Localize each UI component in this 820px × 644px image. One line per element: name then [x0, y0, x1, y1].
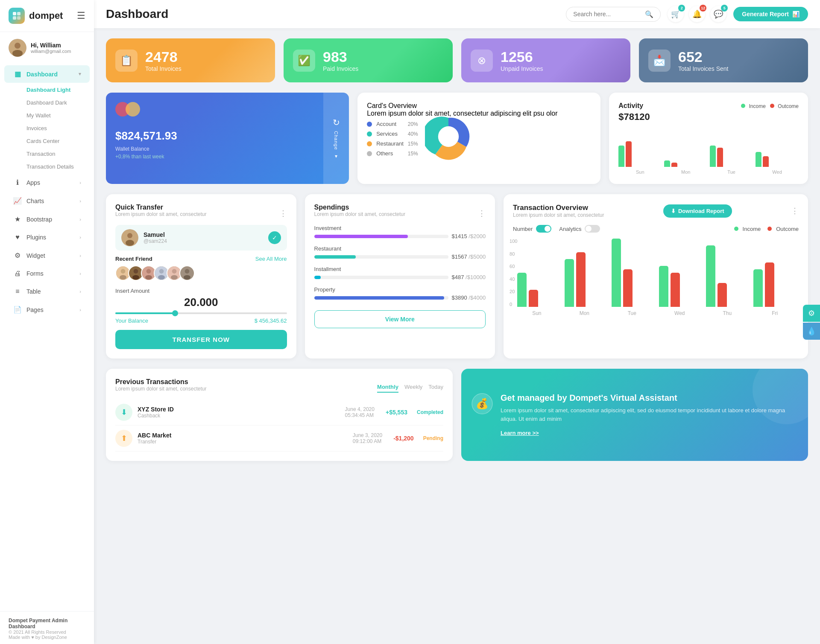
sidebar-item-bootstrap[interactable]: ★ Bootstrap › — [4, 210, 90, 228]
label-others: Others — [376, 150, 393, 157]
card-overview: Card's Overview Lorem ipsum dolor sit am… — [357, 93, 600, 184]
sp-subtitle: Lorem ipsum dolor sit amet, consectetur — [314, 211, 405, 217]
stat-info-sent: 652 Total Invoices Sent — [678, 49, 729, 72]
download-report-button[interactable]: ⬇ Download Report — [663, 204, 732, 218]
lbc-group-wed — [659, 266, 700, 307]
label-mon: Mon — [664, 169, 707, 175]
lbc-sun-outcome — [529, 290, 538, 307]
tx-date-2: June 3, 2020 09:12:00 AM — [353, 432, 382, 444]
sidebar-nav: ▦ Dashboard ▾ Dashboard Light Dashboard … — [0, 61, 94, 611]
sidebar-item-pages[interactable]: 📄 Pages › — [4, 301, 90, 318]
svg-point-11 — [126, 240, 134, 246]
sidebar-item-table[interactable]: ≡ Table › — [4, 283, 90, 300]
submenu-transaction-details[interactable]: Transaction Details — [18, 160, 90, 173]
va-learn-more-link[interactable]: Learn more >> — [501, 430, 539, 436]
cart-button[interactable]: 🛒 2 — [668, 6, 684, 22]
sidebar-item-widget[interactable]: ⚙ Widget › — [4, 247, 90, 264]
sidebar-item-forms[interactable]: 🖨 Forms › — [4, 265, 90, 282]
wallet-balance-area: $824,571.93 Wallet Balance +0,8% than la… — [115, 129, 314, 160]
activity-bar-chart — [618, 128, 799, 167]
sidebar-footer: Dompet Payment Admin Dashboard © 2021 Al… — [0, 611, 94, 644]
lbc-mon-outcome — [576, 252, 586, 307]
submenu-invoices[interactable]: Invoices — [18, 122, 90, 134]
stat-card-paid: ✅ 983 Paid Invoices — [284, 38, 453, 82]
va-icon: 💰 — [472, 393, 493, 418]
spending-installment-bar-bg — [314, 276, 448, 279]
see-all-link[interactable]: See All More — [255, 256, 287, 262]
to-header: Transaction Overview Lorem ipsum dolor s… — [513, 204, 799, 218]
view-more-button[interactable]: View More — [314, 310, 486, 328]
toggle-number: Number — [513, 225, 551, 233]
topbar-icons: 🛒 2 🔔 12 💬 5 — [668, 6, 726, 22]
tab-today[interactable]: Today — [428, 384, 443, 393]
mastercard-right-circle — [126, 102, 140, 117]
messages-badge: 5 — [721, 5, 728, 12]
submenu-transaction[interactable]: Transaction — [18, 148, 90, 160]
toggle-number-switch[interactable] — [536, 225, 551, 233]
submenu-cards-center[interactable]: Cards Center — [18, 135, 90, 147]
notifications-button[interactable]: 🔔 12 — [689, 6, 705, 22]
transfer-now-button[interactable]: TRANSFER NOW — [115, 330, 287, 349]
svg-rect-0 — [13, 12, 16, 15]
qt-title: Quick Transfer — [115, 204, 206, 211]
search-input[interactable] — [573, 11, 641, 17]
hamburger-menu[interactable]: ☰ — [77, 10, 85, 21]
chevron-right-icon: › — [79, 180, 81, 185]
notifications-badge: 12 — [700, 5, 706, 12]
stat-number-sent: 652 — [678, 49, 729, 65]
legend-restaurant: Restaurant 15% — [367, 140, 418, 147]
float-settings-button[interactable]: ⚙ — [803, 305, 820, 322]
widget-label: Widget — [26, 252, 45, 259]
activity-card: Activity Income Outcome $78120 — [609, 93, 808, 184]
label-sun: Sun — [618, 169, 662, 175]
footer-copyright: © 2021 All Rights Reserved — [9, 629, 85, 635]
content-area: 📋 2478 Total Invoices ✅ 983 Paid Invoice… — [94, 28, 820, 644]
tx-type-2: Transfer — [138, 439, 171, 445]
y-label-20: 20 — [510, 289, 517, 294]
transaction-overview-menu-icon[interactable]: ⋮ — [791, 206, 799, 216]
page-title: Dashboard — [106, 7, 559, 21]
tx-status-1: Completed — [417, 409, 443, 415]
stat-icon-sent: 📩 — [648, 50, 671, 72]
to-outcome-dot — [767, 227, 772, 231]
y-label-0: 0 — [510, 302, 517, 307]
submenu-dashboard-dark[interactable]: Dashboard Dark — [18, 96, 90, 109]
bootstrap-label: Bootstrap — [26, 216, 52, 223]
chevron-down-icon: ▾ — [335, 153, 337, 159]
tab-weekly[interactable]: Weekly — [404, 384, 422, 393]
amount-slider[interactable] — [115, 312, 287, 314]
tab-monthly[interactable]: Monthly — [377, 384, 398, 393]
sidebar-item-apps[interactable]: ℹ Apps › — [4, 174, 90, 191]
spending-restaurant: Restaurant $1567 /$5000 — [314, 245, 486, 260]
stat-label-unpaid: Unpaid Invoices — [501, 65, 543, 72]
messages-button[interactable]: 💬 5 — [710, 6, 726, 22]
stat-label-sent: Total Invoices Sent — [678, 65, 729, 72]
spending-installment-bar-fill — [314, 276, 321, 279]
svg-point-19 — [146, 269, 151, 274]
generate-report-button[interactable]: Generate Report 📊 — [733, 7, 808, 21]
svg-point-10 — [127, 233, 132, 238]
table-label: Table — [26, 288, 41, 295]
spendings-menu-icon[interactable]: ⋮ — [478, 209, 486, 218]
submenu-dashboard-light[interactable]: Dashboard Light — [18, 84, 90, 96]
bootstrap-icon: ★ — [13, 215, 22, 223]
sidebar-item-dashboard[interactable]: ▦ Dashboard ▾ — [4, 65, 90, 83]
user-section: Hi, William william@gmail.com — [0, 32, 94, 61]
submenu-my-wallet[interactable]: My Wallet — [18, 109, 90, 122]
quick-transfer-menu-icon[interactable]: ⋮ — [279, 209, 287, 218]
sidebar-item-plugins[interactable]: ♥ Plugins › — [4, 229, 90, 246]
spending-investment: Investment $1415 /$2000 — [314, 225, 486, 239]
svg-point-29 — [184, 275, 190, 280]
tx-name-1: XYZ Store ID — [138, 406, 174, 413]
chevron-right-icon: › — [79, 289, 81, 294]
tx-icon-cashback: ⬇ — [115, 404, 132, 421]
toggle-analytics-switch[interactable] — [585, 225, 600, 233]
to-income-dot — [734, 227, 738, 231]
tx-time-1: 05:34:45 AM — [345, 412, 375, 418]
sidebar-item-charts[interactable]: 📈 Charts › — [4, 192, 90, 210]
float-water-button[interactable]: 💧 — [803, 323, 820, 340]
spending-property-bar-fill — [314, 296, 445, 300]
wallet-change-panel[interactable]: ↻ Change ▾ — [323, 93, 349, 184]
spending-restaurant-bar-row: $1567 /$5000 — [314, 254, 486, 260]
toggle-knob-2 — [586, 226, 592, 232]
